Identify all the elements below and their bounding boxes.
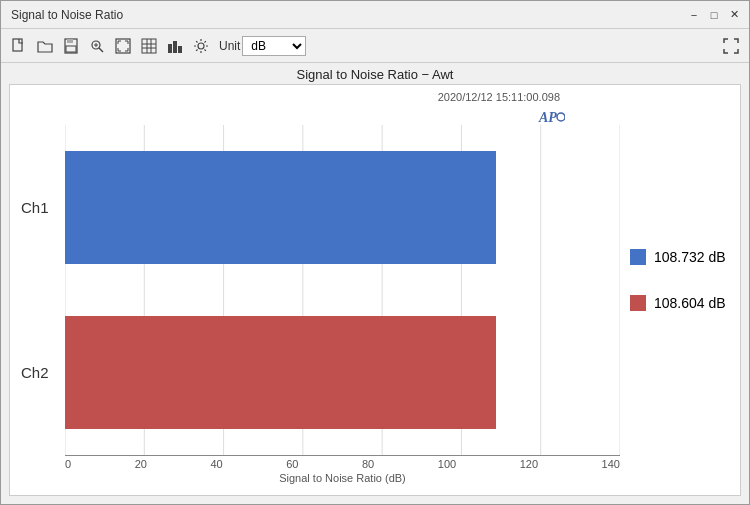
- maximize-button[interactable]: □: [705, 6, 723, 24]
- svg-rect-9: [142, 39, 156, 53]
- title-bar: Signal to Noise Ratio − □ ✕: [1, 1, 749, 29]
- zoom-button[interactable]: [85, 34, 109, 58]
- folder-icon: [37, 38, 53, 54]
- chart-area: Signal to Noise Ratio − Awt 2020/12/12 1…: [1, 63, 749, 504]
- x-axis-title: Signal to Noise Ratio (dB): [65, 472, 620, 484]
- fit-button[interactable]: [111, 34, 135, 58]
- expand-icon: [723, 38, 739, 54]
- open-button[interactable]: [33, 34, 57, 58]
- ch2-bar: [65, 316, 496, 429]
- minimize-button[interactable]: −: [685, 6, 703, 24]
- tick-100: 100: [438, 458, 456, 470]
- close-button[interactable]: ✕: [725, 6, 743, 24]
- legend: 108.732 dB 108.604 dB: [620, 85, 740, 495]
- tick-120: 120: [520, 458, 538, 470]
- grid-button[interactable]: [137, 34, 161, 58]
- main-window: Signal to Noise Ratio − □ ✕: [0, 0, 750, 505]
- toolbar: Unit dB Linear: [1, 29, 749, 63]
- legend-ch2: 108.604 dB: [630, 295, 726, 311]
- new-button[interactable]: [7, 34, 31, 58]
- unit-label: Unit: [219, 39, 240, 53]
- ch2-label: Ch2: [21, 364, 49, 381]
- svg-point-19: [557, 113, 565, 121]
- x-axis-ticks: 0 20 40 60 80 100 120 140: [65, 456, 620, 472]
- x-axis: 0 20 40 60 80 100 120 140 Signal to Nois…: [65, 455, 620, 495]
- title-bar-controls: − □ ✕: [685, 6, 743, 24]
- svg-rect-3: [66, 46, 76, 52]
- ch2-value: 108.604 dB: [654, 295, 726, 311]
- new-icon: [11, 38, 27, 54]
- zoom-icon: [89, 38, 105, 54]
- svg-line-5: [99, 48, 103, 52]
- expand-button[interactable]: [719, 34, 743, 58]
- tick-60: 60: [286, 458, 298, 470]
- svg-rect-16: [178, 46, 182, 53]
- svg-rect-0: [13, 39, 22, 51]
- save-button[interactable]: [59, 34, 83, 58]
- svg-rect-15: [173, 41, 177, 53]
- ch2-bar-row: Ch2: [65, 300, 620, 445]
- save-icon: [63, 38, 79, 54]
- tick-140: 140: [602, 458, 620, 470]
- chart-title: Signal to Noise Ratio − Awt: [9, 67, 741, 82]
- bar-chart-button[interactable]: [163, 34, 187, 58]
- settings-icon: [193, 38, 209, 54]
- fit-icon: [115, 38, 131, 54]
- tick-80: 80: [362, 458, 374, 470]
- ch1-value: 108.732 dB: [654, 249, 726, 265]
- settings-button[interactable]: [189, 34, 213, 58]
- ch1-swatch: [630, 249, 646, 265]
- svg-rect-2: [67, 39, 73, 43]
- ch1-bar: [65, 151, 496, 264]
- ch1-bar-row: Ch1: [65, 135, 620, 280]
- chart-container: 2020/12/12 15:11:00.098 AP: [9, 84, 741, 496]
- title-bar-left: Signal to Noise Ratio: [7, 8, 123, 22]
- svg-rect-14: [168, 44, 172, 53]
- legend-ch1: 108.732 dB: [630, 249, 726, 265]
- tick-40: 40: [210, 458, 222, 470]
- bars-container: Ch1 Ch2: [65, 125, 620, 455]
- tick-0: 0: [65, 458, 71, 470]
- toolbar-right: [719, 34, 743, 58]
- unit-select[interactable]: dB Linear: [242, 36, 306, 56]
- chart-timestamp: 2020/12/12 15:11:00.098: [438, 91, 560, 103]
- grid-icon: [141, 38, 157, 54]
- svg-text:AP: AP: [538, 110, 557, 125]
- ch1-label: Ch1: [21, 199, 49, 216]
- svg-point-17: [198, 43, 204, 49]
- bar-chart-icon: [167, 38, 183, 54]
- ch2-swatch: [630, 295, 646, 311]
- window-title: Signal to Noise Ratio: [11, 8, 123, 22]
- tick-20: 20: [135, 458, 147, 470]
